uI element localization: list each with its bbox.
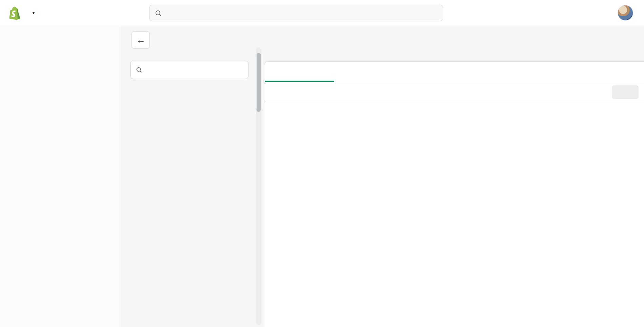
expand-icon[interactable] [628, 67, 639, 77]
back-button[interactable]: ← [132, 31, 150, 49]
store-switcher[interactable]: ▼ [27, 11, 36, 15]
avatar [618, 5, 633, 21]
panel-scrollbar[interactable] [256, 47, 261, 325]
file-search-input[interactable] [146, 66, 248, 74]
eye-icon[interactable] [102, 65, 109, 73]
code-area[interactable] [265, 103, 644, 327]
save-button[interactable] [612, 85, 639, 99]
user-menu[interactable] [618, 0, 638, 26]
top-bar: ▼ [0, 0, 644, 26]
back-arrow-icon: ← [136, 35, 145, 45]
editor-tab-bar [265, 62, 644, 82]
search-input[interactable] [166, 9, 443, 17]
shopify-logo-icon [8, 5, 22, 21]
code-editor [265, 61, 644, 327]
sidebar [0, 26, 122, 327]
file-tree [122, 89, 256, 327]
search-icon [155, 9, 162, 17]
add-sales-channel-button[interactable] [102, 49, 109, 56]
sales-channels-header [0, 44, 122, 60]
chevron-down-icon: ▼ [32, 11, 36, 15]
editor-file-header [265, 82, 644, 102]
main-content: ← [122, 26, 644, 327]
panel-scrollbar-thumb[interactable] [257, 53, 261, 112]
global-search[interactable] [149, 5, 443, 21]
file-search[interactable] [130, 61, 248, 79]
search-icon [136, 66, 142, 73]
sidebar-item-online-store[interactable] [0, 60, 122, 77]
